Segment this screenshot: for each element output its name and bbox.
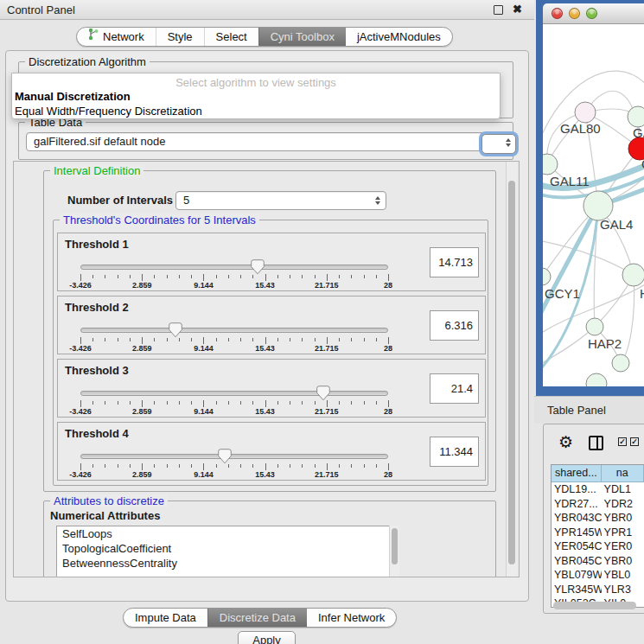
network-node[interactable] bbox=[586, 373, 607, 386]
slider-thumb[interactable] bbox=[251, 259, 265, 275]
cyni-toolbox-pane: Discretization Algorithm Table Data galF… bbox=[5, 50, 529, 602]
axis-tick-label: 2.859 bbox=[132, 344, 152, 353]
network-node-label: GAL11 bbox=[550, 174, 590, 188]
threshold-value-field[interactable]: 21.4 bbox=[430, 373, 479, 404]
float-window-icon[interactable] bbox=[494, 5, 503, 15]
network-node-hap2[interactable] bbox=[586, 318, 603, 335]
close-icon[interactable]: ✖ bbox=[513, 3, 522, 16]
checkbox-icon[interactable]: ✓ bbox=[630, 437, 639, 446]
tab-discretize-data[interactable]: Discretize Data bbox=[207, 609, 307, 627]
table-toolbar: ⚙ ✓ ✓ bbox=[544, 424, 644, 464]
slider-thumb[interactable] bbox=[316, 386, 330, 401]
thresholds-group: Threshold's Coordinates for 5 Intervals … bbox=[53, 220, 488, 486]
number-of-intervals-combobox[interactable]: 5 bbox=[175, 191, 386, 210]
network-node-gal4[interactable] bbox=[583, 191, 613, 220]
apply-button[interactable]: Apply bbox=[238, 631, 296, 644]
table-cell[interactable]: YER054C bbox=[552, 539, 602, 554]
table-row[interactable]: YPR145WYPR1 bbox=[552, 526, 644, 540]
network-node-label: GAL80 bbox=[560, 121, 601, 136]
tab-jactivemnodules[interactable]: jActiveMNodules bbox=[346, 28, 452, 46]
axis-tick-label: 15.43 bbox=[255, 344, 275, 353]
table-data-combobox[interactable]: galFiltered.sif default node bbox=[26, 132, 507, 151]
network-node-gcy1[interactable] bbox=[543, 268, 551, 285]
tab-impute-data[interactable]: Impute Data bbox=[124, 609, 207, 627]
tab-infer-network[interactable]: Infer Network bbox=[307, 609, 396, 627]
table-cell[interactable]: YER0 bbox=[602, 539, 644, 554]
tab-style[interactable]: Style bbox=[156, 28, 204, 46]
axis-tick-label: 28 bbox=[384, 407, 392, 416]
tab-label: Impute Data bbox=[135, 609, 196, 627]
table-row[interactable]: YBR045CYBR0 bbox=[552, 554, 644, 569]
algorithm-dropdown-popup: Select algorithm to view settings Manual… bbox=[11, 73, 501, 119]
threshold-slider[interactable]: -3.4262.8599.14415.4321.71528 bbox=[80, 388, 388, 416]
column-header[interactable]: na bbox=[602, 465, 644, 482]
algorithm-option[interactable]: Manual Discretization bbox=[12, 89, 500, 104]
minimize-traffic-light-icon[interactable] bbox=[569, 8, 580, 19]
tab-select[interactable]: Select bbox=[204, 28, 258, 46]
threshold-value-field[interactable]: 11.344 bbox=[430, 437, 479, 467]
checkbox-icon[interactable]: ✓ bbox=[618, 437, 627, 446]
column-header[interactable]: shared... bbox=[552, 465, 602, 482]
table-cell[interactable]: YDR2 bbox=[602, 497, 644, 512]
table-cell[interactable]: YPR145W bbox=[552, 526, 602, 540]
attribute-list-item[interactable]: SelfLoops bbox=[57, 526, 399, 541]
network-node-label: H bbox=[640, 286, 644, 301]
table-row[interactable]: YDL19...YDL1 bbox=[552, 482, 644, 497]
threshold-value-field[interactable]: 14.713 bbox=[430, 247, 479, 277]
settings-scroll-viewport: Interval Definition Number of Intervals … bbox=[13, 161, 520, 577]
gear-icon[interactable]: ⚙ bbox=[558, 432, 573, 452]
numerical-attributes-label: Numerical Attributes bbox=[50, 509, 160, 522]
split-view-icon[interactable] bbox=[589, 436, 603, 450]
network-icon bbox=[88, 28, 99, 46]
table-row[interactable]: YBR043CYBR0 bbox=[552, 511, 644, 526]
numerical-attributes-list[interactable]: SelfLoopsTopologicalCoefficientBetweenne… bbox=[56, 526, 399, 577]
panel-title: Control Panel bbox=[7, 3, 75, 16]
attribute-list-item[interactable]: TopologicalCoefficient bbox=[57, 541, 399, 556]
threshold-value-field[interactable]: 6.316 bbox=[430, 310, 479, 341]
table-cell[interactable]: YBL079W bbox=[552, 568, 602, 583]
table-cell[interactable]: YLR345W bbox=[552, 583, 602, 597]
threshold-panel: Threshold 4-3.4262.8599.14415.4321.71528… bbox=[57, 422, 486, 481]
network-node[interactable] bbox=[612, 354, 629, 372]
algorithm-option[interactable]: Equal Width/Frequency Discretization bbox=[12, 104, 500, 118]
network-node-h[interactable] bbox=[622, 264, 644, 286]
slider-thumb[interactable] bbox=[218, 449, 232, 464]
table-cell[interactable]: YDL1 bbox=[602, 482, 644, 497]
table-cell[interactable]: YDR27... bbox=[552, 497, 602, 512]
network-node-ga[interactable] bbox=[628, 106, 644, 127]
tab-cyni-toolbox[interactable]: Cyni Toolbox bbox=[258, 28, 346, 46]
slider-thumb[interactable] bbox=[169, 322, 182, 338]
table-row[interactable]: YLR345WYLR3 bbox=[552, 583, 644, 597]
attributes-list-scrollbar[interactable] bbox=[389, 526, 399, 577]
table-horizontal-scrollbar[interactable] bbox=[553, 602, 636, 609]
network-node-gal80[interactable] bbox=[575, 102, 596, 123]
threshold-label: Threshold 2 bbox=[65, 301, 129, 314]
node-table[interactable]: shared...na YDL19...YDL1YDR27...YDR2YBR0… bbox=[551, 464, 644, 608]
table-cell[interactable]: YDL19... bbox=[552, 482, 602, 497]
table-cell[interactable]: YBR0 bbox=[602, 554, 644, 569]
bottom-tab-bar: Impute DataDiscretize DataInfer Network bbox=[123, 608, 397, 628]
zoom-traffic-light-icon[interactable] bbox=[586, 8, 597, 19]
axis-tick-label: 9.144 bbox=[194, 344, 214, 353]
network-view-window[interactable]: GAL80GACGAL11GAL4GCY1HHAP2 bbox=[536, 0, 644, 396]
attribute-list-item[interactable]: BetweennessCentrality bbox=[57, 556, 399, 571]
table-cell[interactable]: YBR045C bbox=[552, 554, 602, 569]
table-row[interactable]: YBL079WYBL0 bbox=[552, 568, 644, 583]
network-canvas[interactable]: GAL80GACGAL11GAL4GCY1HHAP2 bbox=[543, 24, 644, 386]
threshold-slider[interactable]: -3.4262.8599.14415.4321.71528 bbox=[80, 325, 388, 353]
table-cell[interactable]: YLR3 bbox=[602, 583, 644, 597]
table-cell[interactable]: YBR0 bbox=[602, 511, 644, 526]
table-row[interactable]: YER054CYER0 bbox=[552, 539, 644, 554]
algorithm-combobox[interactable] bbox=[481, 134, 516, 154]
algorithm-group-title: Discretization Algorithm bbox=[25, 55, 150, 68]
threshold-slider[interactable]: -3.4262.8599.14415.4321.71528 bbox=[80, 262, 388, 290]
table-cell[interactable]: YPR1 bbox=[602, 526, 644, 540]
settings-scrollbar[interactable] bbox=[506, 162, 517, 577]
axis-tick-label: 21.715 bbox=[315, 344, 339, 353]
table-cell[interactable]: YBR043C bbox=[552, 511, 602, 526]
table-row[interactable]: YDR27...YDR2 bbox=[552, 497, 644, 512]
close-traffic-light-icon[interactable] bbox=[552, 8, 563, 19]
tab-network[interactable]: Network bbox=[77, 28, 156, 46]
threshold-slider[interactable]: -3.4262.8599.14415.4321.71528 bbox=[80, 451, 388, 479]
table-cell[interactable]: YBL0 bbox=[602, 568, 644, 583]
